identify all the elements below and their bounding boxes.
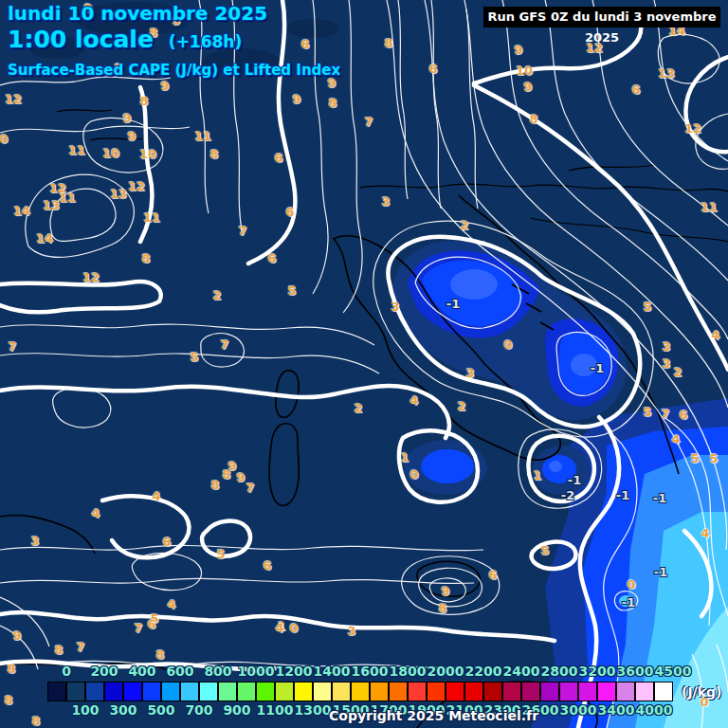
run-info-box: Run GFS 0Z du lundi 3 novembre 2025 [483, 7, 720, 27]
lifted-index-label: 6 [147, 617, 155, 631]
lifted-index-label: 6 [162, 535, 171, 549]
lifted-index-label: 8 [4, 693, 12, 707]
colorbar-cell [47, 682, 66, 701]
lifted-index-label: 3 [381, 194, 390, 209]
date-line: lundi 10 novembre 2025 [8, 2, 340, 25]
lifted-index-label: 6 [428, 62, 437, 76]
lifted-index-label: 2 [457, 399, 465, 413]
colorbar-cell [427, 682, 446, 701]
colorbar-tick-label: 3000 [560, 702, 597, 718]
lifted-index-label: 11 [59, 191, 76, 205]
lifted-index-label: 6 [631, 82, 640, 97]
colorbar-tick-label: 2800 [541, 664, 578, 679]
colorbar-cell [483, 682, 502, 701]
colorbar-tick-label: 1200 [276, 664, 313, 679]
colorbar-cell [616, 682, 635, 701]
lifted-index-label: 11 [701, 200, 718, 214]
lifted-index-label: 8 [209, 147, 218, 161]
lifted-index-label: 8 [7, 662, 15, 676]
map-subtitle: Surface-Based CAPE (J/kg) et Lifted Inde… [8, 62, 340, 79]
lifted-index-label: 0 [503, 337, 512, 352]
lifted-index-label: -1 [591, 361, 604, 375]
colorbar-cell [351, 682, 370, 701]
lifted-index-label: 5 [643, 300, 651, 314]
lifted-index-label: 8 [31, 714, 40, 728]
colorbar-cell [635, 682, 654, 701]
lifted-index-label: 10 [139, 147, 156, 161]
lifted-index-label: 0 [289, 621, 298, 635]
lifted-index-label: 13 [658, 66, 675, 81]
lifted-index-label: 1 [533, 468, 541, 482]
colorbar-tick-label: 0 [62, 664, 71, 679]
colorbar-cell [446, 682, 464, 701]
lifted-index-label: 7 [76, 640, 84, 654]
lifted-index-label: 3 [662, 339, 670, 354]
lifted-index-label: 9 [12, 628, 21, 643]
colorbar-cell [464, 682, 483, 701]
colorbar-cell [313, 682, 332, 701]
lifted-index-label: 4 [275, 621, 283, 635]
lifted-index-label: 4 [167, 597, 175, 611]
colorbar-tick-label: 1000 [238, 664, 275, 679]
lifted-index-label: -1 [654, 565, 667, 579]
colorbar-cell [275, 682, 294, 701]
colorbar-cell [85, 682, 104, 701]
lifted-index-label: 7 [364, 115, 373, 129]
colorbar-cell [123, 682, 142, 701]
colorbar-tick-label: 4500 [655, 664, 692, 679]
lifted-index-label: 4 [410, 393, 418, 408]
colorbar-cell [256, 682, 275, 701]
lifted-index-label: 9 [292, 92, 300, 106]
lifted-index-label: 6 [285, 205, 294, 219]
colorbar-tick-label: 1400 [314, 664, 351, 679]
lifted-index-label: 9 [514, 43, 522, 57]
lifted-index-label: 5 [709, 451, 718, 465]
colorbar-tick-label: 3200 [579, 664, 616, 679]
lifted-index-label: 0 [0, 132, 9, 146]
lifted-index-label: 8 [210, 478, 219, 492]
colorbar-cell [559, 682, 578, 701]
colorbar-cell [597, 682, 616, 701]
time-line: 1:00 locale(+168h) [8, 26, 340, 53]
lifted-index-label: 6 [263, 558, 271, 573]
lifted-index-label: 4 [671, 432, 680, 446]
lifted-index-label: 10 [102, 146, 119, 160]
lifted-index-label: 7 [8, 339, 16, 354]
lifted-index-label: 6 [488, 568, 497, 582]
colorbar-cell [389, 682, 408, 701]
lifted-index-label: 8 [529, 112, 537, 126]
lifted-index-label: 11 [194, 129, 211, 143]
colorbar-cell [540, 682, 559, 701]
lifted-index-label: 9 [236, 470, 245, 484]
lifted-index-label: 10 [516, 64, 533, 78]
colorbar-cell [502, 682, 521, 701]
lifted-index-label: 8 [384, 36, 392, 50]
lifted-index-label: 6 [267, 251, 276, 265]
lifted-index-label: -1 [616, 488, 629, 502]
colorbar-cell [408, 682, 427, 701]
colorbar-tick-label: 2000 [428, 664, 464, 679]
colorbar-cell [654, 682, 673, 701]
colorbar-cell [294, 682, 313, 701]
lifted-index-label: 4 [152, 489, 160, 503]
colorbar-tick-label: 900 [223, 702, 250, 718]
colorbar-cell [199, 682, 218, 701]
lifted-index-label: 3 [465, 366, 474, 380]
colorbar-cell [237, 682, 256, 701]
lifted-index-label: 14 [36, 231, 53, 246]
cape-lifted-index-map [0, 0, 728, 728]
colorbar-cell [161, 682, 180, 701]
colorbar-tick-label: 300 [109, 702, 136, 718]
weather-map-screen: 9986891214106136989912898978129110111010… [0, 0, 728, 728]
colorbar-cell [218, 682, 237, 701]
lifted-index-label: 7 [134, 621, 142, 635]
lifted-index-label: 12 [82, 270, 100, 284]
lifted-index-label: -1 [446, 297, 460, 311]
colorbar-tick-label: 400 [128, 664, 155, 679]
lifted-index-label: 9 [160, 79, 169, 93]
colorbar-tick-label: 1600 [352, 664, 389, 679]
lifted-index-label: 12 [128, 179, 145, 193]
lifted-index-label: 2 [460, 218, 468, 232]
lifted-index-label: 2 [354, 401, 362, 415]
lifted-index-label: 7 [238, 224, 246, 238]
